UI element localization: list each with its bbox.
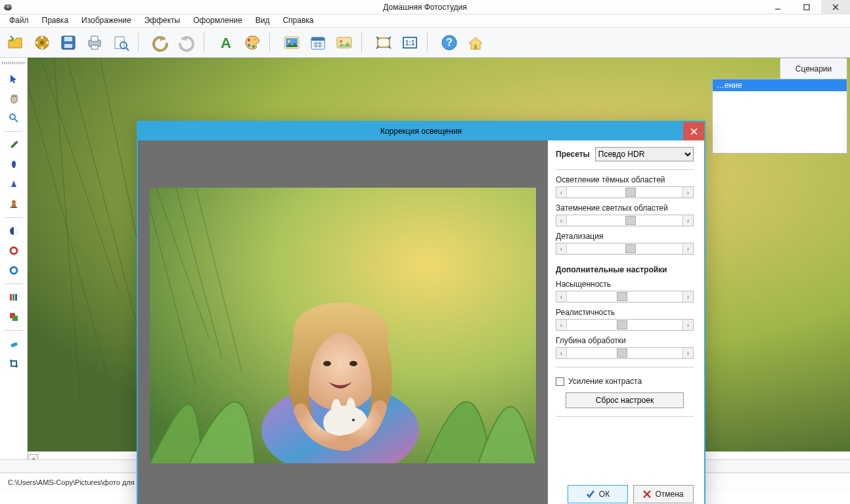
svg-line-21 — [126, 48, 129, 51]
main-slider-2-label: Детализация — [556, 232, 694, 241]
svg-point-78 — [349, 361, 357, 366]
menu-view[interactable]: Вид — [249, 14, 277, 27]
home-button[interactable] — [462, 30, 489, 55]
extra-slider-0-label: Насыщенность — [556, 280, 694, 289]
svg-point-81 — [346, 398, 355, 419]
svg-point-29 — [288, 40, 290, 43]
reset-button[interactable]: Сброс настроек — [566, 392, 684, 408]
dialog-close-button[interactable] — [683, 122, 704, 140]
cancel-label: Отмена — [655, 490, 683, 499]
svg-point-11 — [41, 47, 43, 49]
main-slider-2-dec[interactable]: ‹ — [556, 243, 567, 254]
svg-point-77 — [323, 361, 331, 366]
enhance-contrast-row[interactable]: Усиление контраста — [556, 377, 694, 386]
main-slider-2-inc[interactable]: › — [682, 243, 693, 254]
main-slider-2-slider[interactable]: ‹› — [556, 243, 694, 255]
svg-rect-15 — [64, 44, 72, 48]
titlebar: Домашняя Фотостудия — [0, 0, 850, 14]
text-tool-button[interactable]: A — [213, 30, 239, 55]
extra-slider-2-inc[interactable]: › — [682, 348, 693, 358]
fit-button[interactable] — [370, 30, 397, 55]
dialog-controls: Пресеты Псевдо HDR Осветление тёмных обл… — [548, 140, 704, 504]
extra-slider-1-dec[interactable]: ‹ — [556, 320, 567, 330]
svg-text:A: A — [221, 35, 231, 51]
window-controls — [763, 0, 850, 14]
postcard-button[interactable] — [331, 30, 357, 55]
main-toolbar: A 1:1 ? — [0, 28, 850, 58]
extra-slider-0-dec[interactable]: ‹ — [556, 291, 567, 302]
svg-point-8 — [40, 41, 44, 45]
svg-rect-4 — [804, 5, 809, 10]
enhance-contrast-checkbox[interactable] — [556, 377, 564, 386]
main-slider-0-label: Осветление тёмных областей — [556, 175, 694, 184]
extra-slider-1-slider[interactable]: ‹› — [556, 319, 694, 331]
menu-file[interactable]: Файл — [3, 14, 35, 27]
actual-size-button[interactable]: 1:1 — [397, 30, 423, 55]
undo-button[interactable] — [147, 30, 173, 55]
app-title: Домашняя Фотостудия — [383, 3, 466, 12]
svg-rect-17 — [91, 36, 98, 41]
main-slider-1-label: Затемнение светлых областей — [556, 203, 694, 213]
main-slider-1-inc[interactable]: › — [682, 215, 693, 226]
svg-point-82 — [352, 419, 355, 421]
menu-image[interactable]: Изображение — [75, 14, 138, 27]
main-slider-1-dec[interactable]: ‹ — [556, 215, 567, 226]
main-slider-0-inc[interactable]: › — [682, 187, 693, 198]
extra-slider-0-slider[interactable]: ‹› — [556, 291, 694, 303]
svg-text:?: ? — [446, 37, 453, 48]
main-slider-0-slider[interactable]: ‹› — [556, 186, 694, 198]
extra-slider-2-slider[interactable]: ‹› — [556, 347, 694, 359]
svg-point-24 — [248, 44, 250, 47]
print-button[interactable] — [81, 30, 108, 55]
preset-label: Пресеты — [556, 150, 590, 159]
ok-label: ОК — [599, 490, 610, 499]
dialog-overlay: Коррекция освещения — [0, 58, 850, 472]
extra-slider-1-inc[interactable]: › — [682, 320, 693, 330]
svg-point-2 — [7, 5, 9, 8]
palette-button[interactable] — [239, 30, 265, 55]
image-button[interactable] — [279, 30, 305, 55]
calendar-button[interactable] — [305, 30, 331, 55]
extra-heading: Дополнительные настройки — [556, 265, 694, 274]
svg-point-38 — [340, 40, 342, 43]
svg-rect-39 — [378, 38, 390, 47]
minimize-button[interactable] — [763, 0, 792, 14]
maximize-button[interactable] — [792, 0, 821, 14]
svg-point-10 — [46, 41, 49, 44]
svg-point-80 — [331, 399, 342, 423]
extra-slider-0-inc[interactable]: › — [682, 291, 693, 302]
menu-edit[interactable]: Правка — [35, 14, 76, 27]
svg-point-23 — [248, 39, 250, 41]
redo-button[interactable] — [173, 30, 200, 55]
menu-help[interactable]: Справка — [276, 14, 320, 27]
svg-rect-18 — [91, 45, 98, 49]
preview-button[interactable] — [108, 30, 134, 55]
menubar: Файл Правка Изображение Эффекты Оформлен… — [0, 14, 850, 28]
svg-point-25 — [252, 45, 255, 48]
save-button[interactable] — [55, 30, 81, 55]
help-button[interactable]: ? — [436, 30, 462, 55]
ok-button[interactable]: ОК — [568, 485, 628, 503]
open-button[interactable] — [3, 30, 29, 55]
app-icon — [3, 2, 13, 11]
svg-rect-14 — [64, 37, 72, 41]
lighting-dialog: Коррекция освещения — [137, 121, 705, 504]
cancel-button[interactable]: Отмена — [633, 485, 694, 503]
menu-effects[interactable]: Эффекты — [138, 14, 187, 27]
extra-slider-2-dec[interactable]: ‹ — [556, 348, 567, 358]
svg-rect-44 — [474, 45, 477, 49]
dialog-preview — [138, 140, 548, 504]
film-button[interactable] — [29, 30, 55, 55]
svg-point-9 — [41, 36, 43, 39]
svg-text:1:1: 1:1 — [405, 39, 415, 47]
preset-select[interactable]: Псевдо HDR — [595, 147, 694, 161]
main-slider-0-dec[interactable]: ‹ — [556, 187, 567, 198]
dialog-titlebar[interactable]: Коррекция освещения — [138, 122, 704, 140]
menu-decor[interactable]: Оформление — [187, 14, 248, 27]
main-area: ◄ Уместить 100% Масштаб: − + Сценарии …е… — [0, 58, 850, 472]
dialog-title: Коррекция освещения — [380, 127, 462, 136]
main-slider-1-slider[interactable]: ‹› — [556, 215, 694, 226]
svg-rect-31 — [311, 37, 324, 41]
enhance-contrast-label: Усиление контраста — [568, 377, 642, 386]
close-button[interactable] — [821, 0, 850, 14]
